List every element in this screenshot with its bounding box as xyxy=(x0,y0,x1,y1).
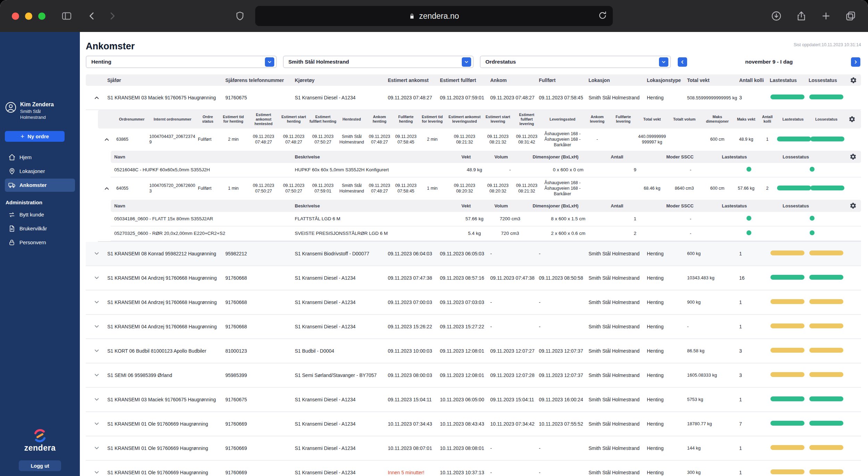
sidebar-item-ankomster[interactable]: Ankomster xyxy=(5,179,75,192)
chevron-down-icon[interactable] xyxy=(265,57,274,67)
order-row[interactable]: 640551004705720_206726003Fullført1 min09… xyxy=(98,178,861,200)
unload-status xyxy=(809,421,845,427)
load-status xyxy=(770,275,809,281)
type-filter-select[interactable]: Henting xyxy=(86,56,277,68)
user-profile[interactable]: Kim Zendera Smith Stål Holmestrand xyxy=(5,101,75,121)
order-cell: 09.11.2023 08:21:32 xyxy=(483,134,512,145)
row-cell: - xyxy=(687,324,739,329)
table-row[interactable]: S1 KRANSEMI 03 Maciek 91760675 Haugrønni… xyxy=(86,388,861,412)
collapse-chevron-icon[interactable] xyxy=(101,134,112,146)
order-column-header-estimert-tid-for-henting: Estimert tid for henting xyxy=(219,115,248,124)
items-column-header-antall: Antall xyxy=(607,203,663,208)
order-column-header-total-vekt: Total vekt xyxy=(636,117,668,122)
order-cell: 2 xyxy=(758,186,776,191)
order-items: NavnBeskrivelseVektVolumDimensjoner (BxL… xyxy=(111,200,861,241)
table-row[interactable]: S1 KRANSEMI 03 Maciek 91760675 Haugrønni… xyxy=(86,86,861,110)
expand-cell xyxy=(86,296,107,308)
expand-chevron-icon[interactable] xyxy=(91,442,102,454)
location-filter-select[interactable]: Smith Stål Holmestrand xyxy=(283,56,474,68)
column-header-ankom: Ankom xyxy=(490,77,539,83)
minimize-window-button[interactable] xyxy=(25,13,32,20)
table-row[interactable]: S1 KRANSEMI 04 Andrzej 91760668 Haugrønn… xyxy=(86,315,861,339)
downloads-icon[interactable] xyxy=(771,10,782,22)
logout-button[interactable]: Logg ut xyxy=(19,460,61,471)
location-filter-value: Smith Stål Holmestrand xyxy=(289,59,349,65)
expand-chevron-icon[interactable] xyxy=(91,296,102,308)
zoom-window-button[interactable] xyxy=(38,13,45,20)
row-cell: 10.11.2023 08:43:43 xyxy=(440,421,490,427)
sidebar-item-lokasjoner[interactable]: Lokasjoner xyxy=(5,165,75,178)
close-window-button[interactable] xyxy=(12,13,19,20)
forward-icon[interactable] xyxy=(107,11,117,21)
table-row[interactable]: S1 KRANSEMI 01 Ole 91760669 Haugrønning9… xyxy=(86,436,861,461)
order-column-header-estimert-ankomst-hentested: Estimert ankomst hentested xyxy=(248,113,279,126)
row-cell: 1 xyxy=(739,397,770,402)
row-cell: 3 xyxy=(739,95,770,100)
unload-status-pill xyxy=(809,348,843,353)
expand-chevron-icon[interactable] xyxy=(91,369,102,381)
collapse-chevron-icon[interactable] xyxy=(101,183,112,195)
settings-gear-icon[interactable] xyxy=(849,116,856,123)
expand-chevron-icon[interactable] xyxy=(91,272,102,284)
expand-chevron-icon[interactable] xyxy=(91,394,102,405)
table-row[interactable]: S1 KRANSEMI 01 Ole 91760669 Haugrønning9… xyxy=(86,461,861,476)
settings-gear-icon[interactable] xyxy=(850,153,857,160)
type-filter-value: Henting xyxy=(91,59,111,65)
table-row[interactable]: S1 KRANSEMI 04 Andrzej 91760668 Haugrønn… xyxy=(86,290,861,315)
item-row[interactable]: 05034186_0600 - FLATT 15x 80mm S355J2ARF… xyxy=(111,212,861,227)
chevron-down-icon[interactable] xyxy=(659,57,668,67)
expand-chevron-icon[interactable] xyxy=(91,321,102,333)
tab-overview-icon[interactable] xyxy=(845,10,856,22)
item-cell: 48.9 kg xyxy=(458,167,491,172)
order-row[interactable]: 638651004704437_206723749Fullført2 min09… xyxy=(98,129,861,151)
expand-cell xyxy=(86,272,107,284)
items-settings xyxy=(845,202,861,209)
table-row[interactable]: S1 KORT 06 Budbil 81000123 Apollo Budbil… xyxy=(86,339,861,363)
settings-gear-icon[interactable] xyxy=(850,77,857,84)
order-cell: Smith Stål Holmestrand xyxy=(337,134,366,145)
address-bar[interactable]: zendera.no xyxy=(255,6,613,26)
table-row[interactable]: S1 KRANSEMI 04 Andrzej 91760668 Haugrønn… xyxy=(86,266,861,290)
back-icon[interactable] xyxy=(87,11,97,21)
item-row[interactable]: 05270325_0600 - RØR 20,0x2,00mm E220+CR2… xyxy=(111,227,861,241)
table-row[interactable]: S1 KRANSEMI 08 Konrad 95982212 Haugrønni… xyxy=(86,242,861,266)
item-unload-status xyxy=(779,230,845,237)
sidebar-item-brukervilk-r[interactable]: Brukervilkår xyxy=(5,222,75,235)
share-icon[interactable] xyxy=(796,10,807,22)
row-cell: Henting xyxy=(647,421,687,427)
collapse-chevron-icon[interactable] xyxy=(91,92,102,104)
row-cell: S1 KRANSEMI 01 Ole 91760669 Haugrønning xyxy=(107,445,225,451)
row-cell: Smith Stål Holmestrand xyxy=(589,275,647,281)
table-row[interactable]: S1 KRANSEMI 01 Ole 91760669 Haugrønning9… xyxy=(86,412,861,436)
orderstatus-filter-select[interactable]: Ordrestatus xyxy=(480,56,671,68)
new-tab-icon[interactable] xyxy=(821,11,831,21)
order-column-header-maks-vekt: Maks vekt xyxy=(734,117,758,122)
new-order-button[interactable]: + Ny ordre xyxy=(5,131,65,142)
table-row[interactable]: S1 SEMI 06 95985399 Ørland95985399S1 Sem… xyxy=(86,363,861,388)
item-row[interactable]: 05216048C - HUPKF 60x60x5,0mm S355J2HHUP… xyxy=(111,163,861,178)
sidebar-item-personvern[interactable]: Personvern xyxy=(5,236,75,249)
load-status-pill xyxy=(770,251,804,255)
date-prev-button[interactable] xyxy=(678,57,687,67)
expand-chevron-icon[interactable] xyxy=(91,418,102,430)
sidebar-toggle-icon[interactable] xyxy=(61,10,72,22)
order-cell: 09.11.2023 08:21:32 xyxy=(512,183,541,194)
expand-chevron-icon[interactable] xyxy=(91,248,102,260)
settings-gear-icon[interactable] xyxy=(850,202,857,209)
sidebar-item-bytt-kunde[interactable]: Bytt kunde xyxy=(5,208,75,221)
date-next-button[interactable] xyxy=(851,57,860,67)
order-cell: 09.11.2023 07:48:27 xyxy=(279,134,308,145)
order-cell: 48.9 kg xyxy=(734,137,758,142)
item-load-status xyxy=(718,230,779,237)
chevron-down-icon[interactable] xyxy=(462,57,471,67)
sidebar-item-hjem[interactable]: Hjem xyxy=(5,151,75,164)
row-cell: Henting xyxy=(647,372,687,378)
privacy-shield-icon[interactable] xyxy=(235,11,245,21)
expand-chevron-icon[interactable] xyxy=(91,345,102,357)
reload-icon[interactable] xyxy=(598,11,607,21)
row-cell: - xyxy=(490,251,539,256)
item-cell: 9 xyxy=(607,167,663,172)
expand-chevron-icon[interactable] xyxy=(91,467,102,476)
items-column-header-dimensjoner-bxlxh: Dimensjoner (BxLxH) xyxy=(529,203,607,208)
load-status-pill xyxy=(770,95,804,99)
